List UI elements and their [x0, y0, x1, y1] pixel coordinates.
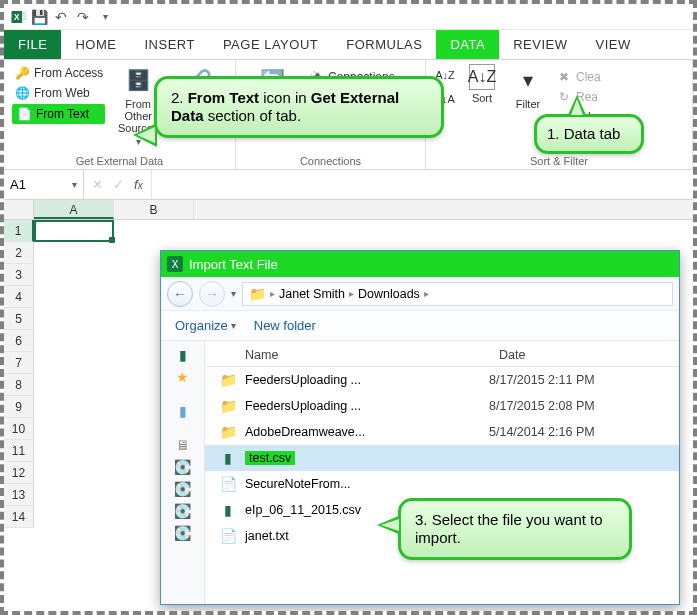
- other-sources-icon: 🗄️: [122, 64, 154, 96]
- folder-icon: 📁: [219, 398, 237, 414]
- enter-icon[interactable]: ✓: [113, 177, 124, 192]
- group-label-sort-filter: Sort & Filter: [434, 153, 684, 167]
- row-header[interactable]: 9: [4, 396, 34, 418]
- qat-customize[interactable]: ▾: [94, 6, 116, 28]
- row-header[interactable]: 4: [4, 286, 34, 308]
- row-header[interactable]: 1: [4, 220, 34, 242]
- breadcrumb-sep: ▸: [424, 288, 429, 299]
- annotation-data-tab: 1. Data tab: [534, 114, 644, 154]
- file-row[interactable]: 📁FeedersUploading ...8/17/2015 2:11 PM: [205, 367, 679, 393]
- nav-forward-button[interactable]: →: [199, 281, 225, 307]
- folder-icon: 📁: [249, 286, 266, 302]
- filter-icon: ▾: [512, 64, 544, 96]
- clear-button[interactable]: ✖Clea: [554, 68, 603, 86]
- new-folder-button[interactable]: New folder: [254, 318, 316, 333]
- breadcrumb-seg-1[interactable]: Janet Smith: [279, 287, 345, 301]
- from-text-label: From Text: [36, 107, 89, 121]
- sort-icon: A↓Z: [469, 64, 495, 90]
- list-header[interactable]: Name Date: [205, 343, 679, 367]
- col-name[interactable]: Name: [205, 348, 499, 362]
- row-header[interactable]: 6: [4, 330, 34, 352]
- tab-data[interactable]: DATA: [436, 30, 499, 59]
- tab-insert[interactable]: INSERT: [130, 30, 208, 59]
- folder-icon: 📁: [219, 424, 237, 440]
- clear-icon: ✖: [556, 69, 572, 85]
- row-header[interactable]: 2: [4, 242, 34, 264]
- text-icon: 📄: [219, 476, 237, 492]
- from-text-button[interactable]: 📄From Text: [12, 104, 105, 124]
- svg-text:X: X: [14, 13, 20, 22]
- from-access-button[interactable]: 🔑From Access: [12, 64, 105, 82]
- tab-page-layout[interactable]: PAGE LAYOUT: [209, 30, 332, 59]
- favorites-icon: ★: [169, 367, 197, 387]
- text-icon: 📄: [219, 528, 237, 544]
- from-access-label: From Access: [34, 66, 103, 80]
- column-header-a[interactable]: A: [34, 200, 114, 219]
- annotation-from-text: 2. From Text icon in Get External Data s…: [154, 76, 444, 138]
- file-row[interactable]: 📄SecureNoteFrom...: [205, 471, 679, 497]
- from-web-button[interactable]: 🌐From Web: [12, 84, 105, 102]
- formula-bar-row: A1▾ ✕ ✓ fx: [4, 170, 693, 200]
- excel-window: X 💾 ↶ ↷ ▾ FILE HOME INSERT PAGE LAYOUT F…: [4, 4, 693, 611]
- row-header[interactable]: 10: [4, 418, 34, 440]
- file-row[interactable]: 📁AdobeDreamweave...5/14/2014 2:16 PM: [205, 419, 679, 445]
- file-name: FeedersUploading ...: [245, 399, 481, 413]
- tab-view[interactable]: VIEW: [582, 30, 645, 59]
- select-all-corner[interactable]: [4, 200, 34, 220]
- tab-review[interactable]: REVIEW: [499, 30, 581, 59]
- computer-icon: 🖥: [169, 435, 197, 455]
- dialog-nav-pane[interactable]: ▮ ★ ▮ 🖥 💽 💽 💽 💽: [161, 341, 205, 604]
- cancel-icon[interactable]: ✕: [92, 177, 103, 192]
- row-header[interactable]: 8: [4, 374, 34, 396]
- sort-label: Sort: [472, 92, 492, 104]
- row-header[interactable]: 3: [4, 264, 34, 286]
- drive-icon: 💽: [169, 479, 197, 499]
- breadcrumb[interactable]: 📁 ▸ Janet Smith ▸ Downloads ▸: [242, 282, 673, 306]
- file-name: AdobeDreamweave...: [245, 425, 481, 439]
- clear-label: Clea: [576, 70, 601, 84]
- file-list[interactable]: Name Date 📁FeedersUploading ...8/17/2015…: [205, 341, 679, 604]
- title-bar: X 💾 ↶ ↷ ▾: [4, 4, 693, 30]
- row-header[interactable]: 5: [4, 308, 34, 330]
- column-header-b[interactable]: B: [114, 200, 194, 219]
- dialog-title: Import Text File: [189, 257, 278, 272]
- from-web-label: From Web: [34, 86, 90, 100]
- file-date: 8/17/2015 2:11 PM: [489, 373, 679, 387]
- excel-icon: X: [10, 8, 28, 26]
- dialog-title-bar[interactable]: X Import Text File: [161, 251, 679, 277]
- breadcrumb-sep: ▸: [270, 288, 275, 299]
- breadcrumb-seg-2[interactable]: Downloads: [358, 287, 420, 301]
- nav-back-button[interactable]: ←: [167, 281, 193, 307]
- cell-a1[interactable]: [34, 220, 114, 242]
- tab-file[interactable]: FILE: [4, 30, 61, 59]
- tab-home[interactable]: HOME: [61, 30, 130, 59]
- name-box[interactable]: A1▾: [4, 170, 84, 199]
- filter-button[interactable]: ▾Filter: [508, 64, 548, 110]
- access-icon: 🔑: [14, 65, 30, 81]
- fx-icon[interactable]: fx: [134, 177, 143, 192]
- file-name: test.csv: [245, 451, 481, 465]
- row-header[interactable]: 12: [4, 462, 34, 484]
- excel-icon: ▮: [169, 345, 197, 365]
- annotation-text: 2. From Text icon in Get External Data s…: [171, 89, 399, 124]
- nav-history-dropdown[interactable]: ▾: [231, 288, 236, 299]
- group-label-connections: Connections: [244, 153, 417, 167]
- library-icon: ▮: [169, 401, 197, 421]
- web-icon: 🌐: [14, 85, 30, 101]
- row-header[interactable]: 7: [4, 352, 34, 374]
- organize-menu[interactable]: Organize▾: [175, 318, 236, 333]
- row-header[interactable]: 11: [4, 440, 34, 462]
- file-row[interactable]: ▮test.csv: [205, 445, 679, 471]
- qat-redo[interactable]: ↷: [72, 6, 94, 28]
- col-date[interactable]: Date: [499, 348, 679, 362]
- sort-button[interactable]: A↓ZSort: [462, 64, 502, 104]
- formula-bar[interactable]: [151, 170, 693, 199]
- tab-formulas[interactable]: FORMULAS: [332, 30, 436, 59]
- qat-save[interactable]: 💾: [28, 6, 50, 28]
- row-header[interactable]: 14: [4, 506, 34, 528]
- qat-undo[interactable]: ↶: [50, 6, 72, 28]
- row-header[interactable]: 13: [4, 484, 34, 506]
- svg-rect-4: [22, 17, 27, 19]
- annotation-select-file: 3. Select the file you want to import.: [398, 498, 632, 560]
- file-row[interactable]: 📁FeedersUploading ...8/17/2015 2:08 PM: [205, 393, 679, 419]
